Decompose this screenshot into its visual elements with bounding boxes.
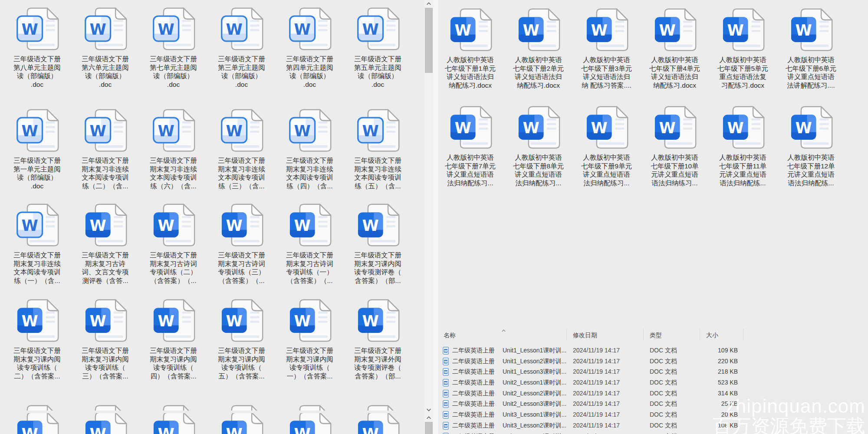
word-w-glyph: W [89, 21, 106, 38]
file-item-partial[interactable]: W [344, 413, 412, 434]
file-item-partial[interactable]: W [139, 413, 207, 434]
file-name-group: 二年级英语上册 [452, 390, 495, 398]
file-list-row[interactable]: W 二年级英语上册 Unit2_Lesson2课时训... 2024/11/19… [439, 388, 868, 399]
file-item[interactable]: W 三年级语文下册 期末复习非连续 文本阅读专项训 练（六）（含... [139, 108, 207, 202]
file-item[interactable]: W 三年级语文下册 期末复习课外阅 读专项测评卷（ 含答案）（部... [344, 298, 412, 404]
file-item[interactable]: W 三年级语文下册 第六单元主题阅 读（部编版） .doc [71, 6, 139, 108]
file-item[interactable]: W 三年级语文下册 期末复习非连续 文本阅读专项训 练（五）（含... [344, 108, 412, 202]
file-name-label: 人教版初中英语 七年级下册6单元 讲义重点短语语 法讲解配练习.... [785, 56, 838, 89]
file-name-group: 二年级英语上册 [452, 379, 495, 387]
file-date: 2024/11/19 14:17 [573, 422, 620, 429]
file-item-partial[interactable] [3, 404, 71, 411]
file-item-partial[interactable]: W [207, 413, 276, 434]
file-item[interactable]: W 人教版初中英语 七年级下册9单元 讲义重点短语语 法归纳配练习... [572, 105, 641, 209]
file-item[interactable]: W 三年级语文下册 期末复习课内阅 读专项训练（ 一）（含答案... [276, 298, 344, 404]
file-item[interactable]: W 三年级语文下册 期末复习课内阅 读专项训练（ 四）（含答案... [139, 298, 207, 404]
word-w-glyph: W [226, 21, 242, 38]
file-item[interactable]: W 三年级语文下册 期末复习古诗 词、文言文专项 测评卷（含答... [71, 202, 139, 298]
scroll-up-icon[interactable] [424, 414, 433, 421]
file-item[interactable]: W 三年级语文下册 期末复习课内阅 读专项训练（ 二）（含答案... [3, 298, 71, 404]
file-item-partial[interactable] [276, 404, 344, 411]
scrollbar-thumb[interactable] [425, 8, 433, 73]
file-item[interactable]: W 人教版初中英语 七年级下册7单元 讲义重点短语语 法归纳配练习... [436, 105, 504, 209]
word-file-icon: W [150, 298, 197, 344]
file-list-row[interactable]: W 二年级英语上册 Unit1_Lesson3课时训... 2024/11/19… [439, 367, 868, 378]
word-w-glyph: W [21, 312, 38, 330]
file-list-row[interactable]: W 二年级英语上册 Unit3_Lesson2课时训... 2024/11/19… [439, 421, 868, 431]
file-item[interactable]: W 三年级语文下册 第七单元主题阅 读（部编版） .doc [139, 6, 207, 108]
file-item[interactable]: W 三年级语文下册 第五单元主题阅 读（部编版） .doc [344, 6, 412, 108]
file-item[interactable]: W 人教版初中英语 七年级下册11单 元讲义重点短语 语法归纳配练... [709, 105, 777, 209]
file-item[interactable]: W 人教版初中英语 七年级下册3单元 讲义短语语法归 纳 配练习答案.... [572, 7, 641, 105]
word-file-icon: W [354, 6, 402, 52]
column-header-name[interactable]: 名称 [444, 332, 456, 339]
file-item[interactable]: W 人教版初中英语 七年级下册5单元 重点短语语法复 习配练习.docx [709, 7, 777, 105]
file-item[interactable]: W 人教版初中英语 七年级下册4单元 讲义短语语法归 纳配练习.docx [641, 7, 709, 105]
file-type: DOC 文档 [650, 433, 677, 434]
file-list-row[interactable]: W 二年级英语上册 Unit3_Lesson3课时训... 2024/11/19… [439, 431, 868, 434]
file-item[interactable]: W 人教版初中英语 七年级下册6单元 讲义重点短语语 法讲解配练习.... [777, 7, 845, 105]
scrollbar-thumb[interactable] [425, 422, 433, 434]
word-file-icon: W [13, 298, 61, 344]
word-file-icon: W [218, 413, 266, 434]
word-file-icon: W [354, 108, 402, 154]
file-list-row[interactable]: W 二年级英语上册 Unit3_Lesson1课时训... 2024/11/19… [439, 410, 868, 421]
file-item-partial[interactable] [207, 404, 276, 411]
file-item[interactable]: W 人教版初中英语 七年级下册12单 元讲义重点短语 语法归纳配练... [777, 105, 845, 209]
word-w-glyph: W [362, 425, 378, 434]
file-item[interactable]: W 人教版初中英语 七年级下册2单元 讲义短语语法归 纳配练习.docx [504, 7, 572, 105]
file-item-partial[interactable]: W [276, 413, 344, 434]
scroll-up-icon[interactable] [424, 0, 433, 7]
word-w-glyph: W [226, 425, 242, 434]
file-item[interactable]: W 人教版初中英语 七年级下册1单元 讲义短语语法归 纳配练习.docx [436, 7, 504, 105]
column-divider[interactable] [700, 329, 700, 340]
sort-ascending-icon[interactable] [501, 326, 506, 333]
file-explorer-composite: W 三年级语文下册 第八单元主题阅 读（部编版） .doc [0, 0, 868, 434]
file-item-partial[interactable] [139, 404, 207, 411]
column-divider[interactable] [643, 329, 644, 340]
file-item[interactable]: W 三年级语文下册 第一单元主题阅 读（部编版） .doc [3, 108, 71, 202]
scroll-down-icon[interactable] [424, 406, 433, 413]
file-item[interactable]: W 三年级语文下册 期末复习古诗词 专项训练（三） （含答案）（... [207, 202, 276, 298]
word-w-glyph: W [294, 21, 310, 38]
file-item[interactable]: W 三年级语文下册 期末复习非连续 文本阅读专项训 练（二）（含... [71, 108, 139, 202]
file-item-partial[interactable]: W [3, 413, 71, 434]
file-item[interactable]: W 三年级语文下册 期末复习非连续 文本阅读专项训 练（一）（含... [3, 202, 71, 298]
file-name-label: 三年级语文下册 第八单元主题阅 读（部编版） .doc [11, 55, 64, 89]
file-item[interactable]: W 三年级语文下册 期末复习课内阅 读专项训练（ 三）（含答案... [71, 298, 139, 404]
word-file-icon: W [82, 6, 129, 52]
partial-file-row: W W [3, 413, 412, 434]
file-item[interactable]: W 人教版初中英语 七年级下册10单 元讲义重点短语 语法归纳练习... [641, 105, 709, 209]
file-list-row[interactable]: W 二年级英语上册 Unit2_Lesson3课时训... 2024/11/19… [439, 399, 868, 410]
file-type: DOC 文档 [650, 422, 677, 430]
file-name-label: 三年级语文下册 第四单元主题阅 读（部编版） .doc [283, 55, 336, 89]
file-list-row[interactable]: W 二年级英语上册 Unit2_Lesson1课时训... 2024/11/19… [439, 378, 868, 388]
column-divider[interactable] [566, 329, 567, 340]
file-item[interactable]: W 三年级语文下册 期末复习非连续 文本阅读专项训 练（四）（含... [276, 108, 344, 202]
word-doc-small-icon: W [443, 379, 449, 388]
file-list-row[interactable]: W 二年级英语上册 Unit1_Lesson2课时训... 2024/11/19… [439, 356, 868, 367]
file-item-partial[interactable] [344, 404, 412, 411]
file-name-label: 三年级语文下册 期末复习课内阅 读专项训练（ 四）（含答案... [147, 346, 200, 380]
column-header-size[interactable]: 大小 [706, 332, 718, 339]
word-file-icon: W [13, 413, 61, 434]
file-item[interactable]: W 三年级语文下册 期末复习非连续 文本阅读专项训 练（三）（含... [207, 108, 276, 202]
word-file-icon: W [13, 202, 61, 248]
file-list-row[interactable]: W 二年级英语上册 Unit1_Lesson1课时训... 2024/11/19… [439, 345, 868, 356]
file-item[interactable]: W 三年级语文下册 第四单元主题阅 读（部编版） .doc [276, 6, 344, 108]
file-item[interactable]: W 三年级语文下册 第三单元主题阅 读（部编版） .doc [207, 6, 276, 108]
file-item[interactable]: W 三年级语文下册 期末复习课内阅 读专项训练（ 五）（含答案... [207, 298, 276, 404]
column-divider[interactable] [743, 329, 743, 340]
file-item-partial[interactable]: W [71, 413, 139, 434]
file-item[interactable]: W 三年级语文下册 期末复习古诗词 专项训练（二） （含答案）（... [139, 202, 207, 298]
file-name-label: 三年级语文下册 期末复习非连续 文本阅读专项训 练（四）（含... [283, 156, 336, 190]
file-item[interactable]: W 三年级语文下册 期末复习课内阅 读专项测评卷（ 含答案）（部... [344, 202, 412, 298]
column-header-type[interactable]: 类型 [650, 332, 662, 339]
word-file-icon: W [150, 202, 197, 248]
file-item[interactable]: W 人教版初中英语 七年级下册8单元 讲义重点短语语 法归纳配练习... [504, 105, 572, 209]
column-header-date[interactable]: 修改日期 [573, 332, 597, 339]
file-item-partial[interactable] [71, 404, 139, 411]
file-name-label: 人教版初中英语 七年级下册7单元 讲义重点短语语 法归纳配练习... [444, 153, 497, 187]
file-item[interactable]: W 三年级语文下册 第八单元主题阅 读（部编版） .doc [3, 6, 71, 108]
file-item[interactable]: W 三年级语文下册 期末复习古诗词 专项训练（一） （含答案）（... [276, 202, 344, 298]
